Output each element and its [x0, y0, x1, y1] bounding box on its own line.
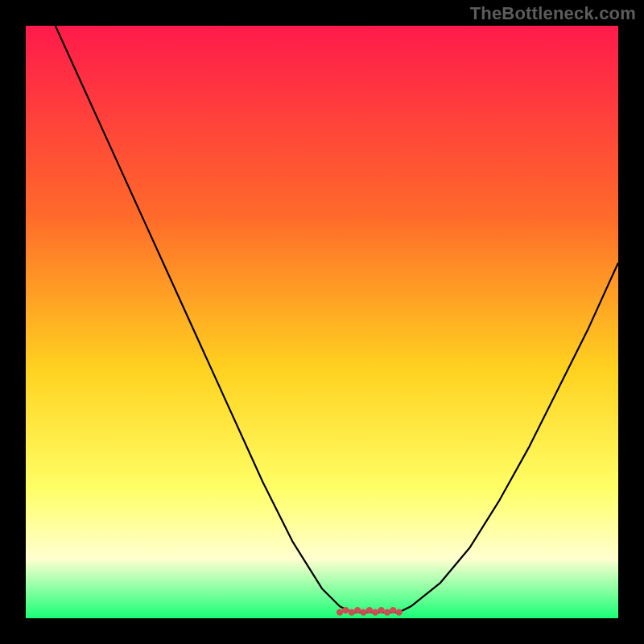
trough-dot [372, 609, 378, 615]
gradient-background [26, 26, 618, 618]
trough-dot [396, 609, 402, 615]
trough-dot [384, 609, 390, 615]
trough-dot [378, 607, 384, 613]
plot-area [26, 26, 618, 618]
trough-dot [360, 609, 366, 615]
trough-dot [354, 607, 361, 613]
trough-dot [349, 609, 355, 615]
trough-dot [390, 607, 396, 613]
chart-frame: TheBottleneck.com [0, 0, 644, 644]
trough-dot [366, 607, 373, 613]
chart-svg [26, 26, 618, 618]
trough-dot [342, 607, 349, 613]
attribution-label: TheBottleneck.com [470, 3, 636, 24]
trough-dot [336, 609, 343, 615]
